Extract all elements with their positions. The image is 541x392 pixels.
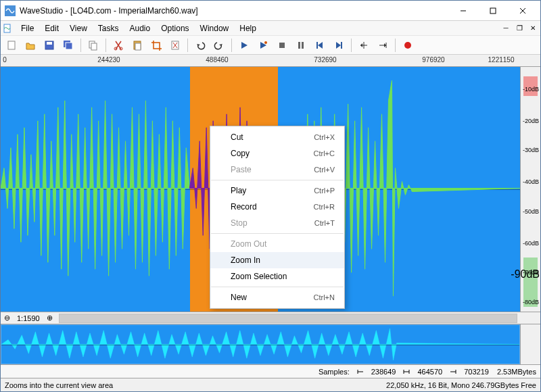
svg-rect-25 <box>341 42 342 49</box>
goto-end-button[interactable] <box>375 38 391 53</box>
menu-tasks[interactable]: Tasks <box>93 22 124 34</box>
close-button[interactable] <box>508 1 538 20</box>
toolbar-separator <box>80 39 81 52</box>
ctx-separator <box>211 287 344 287</box>
ctx-paste: PasteCtrl+V <box>210 162 344 178</box>
skip-back-button[interactable] <box>312 38 328 53</box>
undo-button[interactable] <box>192 38 208 53</box>
ctx-zoom-selection[interactable]: Zoom Selection <box>210 268 344 285</box>
svg-rect-12 <box>91 43 97 50</box>
samples-label: Samples: <box>319 368 350 376</box>
svg-rect-10 <box>66 43 72 49</box>
zoom-out-icon[interactable]: ⊖ <box>1 314 13 322</box>
cut-button[interactable] <box>110 38 126 53</box>
db-label: -20dB <box>523 118 539 124</box>
db-label: -60dB <box>523 240 539 247</box>
horizontal-scrollbar[interactable] <box>59 314 517 323</box>
record-button[interactable] <box>400 38 416 53</box>
titlebar: WaveStudio - [LO4D.com - ImperialMarch60… <box>1 1 540 21</box>
db-meter-overview: -90dB <box>520 324 540 364</box>
save-all-button[interactable] <box>60 38 76 53</box>
svg-rect-8 <box>47 42 52 45</box>
stop-button[interactable] <box>274 38 290 53</box>
zero-line <box>1 345 519 345</box>
ctx-zoom-out: Zoom Out <box>210 236 344 252</box>
app-icon <box>5 5 16 16</box>
context-menu: CutCtrl+X CopyCtrl+C PasteCtrl+V PlayCtr… <box>210 126 345 309</box>
skip-forward-button[interactable] <box>331 38 347 53</box>
copy-button[interactable] <box>85 38 101 53</box>
scrollbar-thumb[interactable] <box>60 314 517 322</box>
mdi-restore-icon[interactable]: ❐ <box>513 24 525 32</box>
ctx-copy[interactable]: CopyCtrl+C <box>210 145 344 162</box>
crop-button[interactable] <box>148 38 164 53</box>
overview-waveform[interactable] <box>1 324 520 364</box>
info-bar: Samples: 238649 464570 703219 2.53MBytes <box>1 364 540 378</box>
goto-start-button[interactable] <box>356 38 372 53</box>
menu-help[interactable]: Help <box>234 22 262 34</box>
redo-button[interactable] <box>211 38 227 53</box>
ctx-cut[interactable]: CutCtrl+X <box>210 129 344 145</box>
window-title: WaveStudio - [LO4D.com - ImperialMarch60… <box>20 6 448 16</box>
zoom-in-icon[interactable]: ⊕ <box>44 314 56 322</box>
time-ruler[interactable]: 0 244230 488460 732690 976920 1221150 <box>1 55 540 67</box>
ctx-new[interactable]: NewCtrl+N <box>210 289 344 305</box>
open-button[interactable] <box>22 38 39 53</box>
mdi-window-controls: ─ ❐ ✕ <box>500 24 539 32</box>
maximize-button[interactable] <box>478 1 508 20</box>
svg-rect-22 <box>298 42 300 49</box>
svg-rect-21 <box>279 43 285 48</box>
zoom-ratio: 1:1590 <box>13 314 44 322</box>
sel-length: 464570 <box>417 368 442 376</box>
mdi-doc-icon[interactable] <box>2 23 13 34</box>
db-label: -40dB <box>523 178 539 185</box>
minimize-button[interactable] <box>448 1 478 20</box>
menu-view[interactable]: View <box>64 22 93 34</box>
menu-window[interactable]: Window <box>195 22 235 34</box>
sel-end: 703219 <box>464 368 489 376</box>
play-button[interactable] <box>236 38 252 53</box>
new-button[interactable] <box>3 38 20 53</box>
sel-len-icon <box>402 368 410 376</box>
pause-button[interactable] <box>293 38 309 53</box>
ctx-record[interactable]: RecordCtrl+R <box>210 199 344 215</box>
sel-start: 238649 <box>371 368 396 376</box>
ctx-separator <box>211 233 344 234</box>
play-loop-button[interactable] <box>255 38 271 53</box>
audio-format: 22,050 kHz, 16 Bit, Mono 246.79GBytes Fr… <box>386 381 536 389</box>
ctx-separator <box>211 180 344 180</box>
status-text: Zooms into the current view area <box>5 381 386 389</box>
waveform-view[interactable]: CutCtrl+X CopyCtrl+C PasteCtrl+V PlayCtr… <box>1 67 520 312</box>
mdi-close-icon[interactable]: ✕ <box>527 24 539 32</box>
toolbar-separator <box>351 39 352 52</box>
toolbar-separator <box>231 39 232 52</box>
app-window: WaveStudio - [LO4D.com - ImperialMarch60… <box>0 0 541 392</box>
db-label: -80dB <box>523 299 539 305</box>
sample-readout: Samples: 238649 464570 703219 <box>319 368 489 376</box>
ruler-tick: 0 <box>3 56 7 64</box>
ruler-tick: 1221150 <box>488 56 515 64</box>
menu-file[interactable]: File <box>16 22 39 34</box>
ctx-stop: StopCtrl+T <box>210 215 344 231</box>
svg-rect-6 <box>8 41 15 49</box>
menu-audio[interactable]: Audio <box>124 22 156 34</box>
menu-options[interactable]: Options <box>156 22 194 34</box>
sel-end-icon <box>449 368 457 376</box>
mdi-minimize-icon[interactable]: ─ <box>500 24 512 32</box>
overview-row: -90dB <box>1 324 540 364</box>
paste-button[interactable] <box>129 38 145 53</box>
status-bar: Zooms into the current view area 22,050 … <box>1 378 540 391</box>
ruler-tick: 976920 <box>422 56 444 64</box>
db-label: -30dB <box>523 147 539 153</box>
ruler-tick: 732690 <box>314 56 336 64</box>
menu-edit[interactable]: Edit <box>39 22 64 34</box>
toolbar-separator <box>395 39 396 52</box>
toolbar-separator <box>187 39 188 52</box>
ctx-zoom-in[interactable]: Zoom In <box>210 252 344 268</box>
toolbar-separator <box>105 39 106 52</box>
menubar: File Edit View Tasks Audio Options Windo… <box>1 21 540 36</box>
ctx-play[interactable]: PlayCtrl+P <box>210 182 344 199</box>
save-button[interactable] <box>41 38 57 53</box>
delete-button[interactable] <box>167 38 183 53</box>
ruler-tick: 244230 <box>97 56 120 64</box>
